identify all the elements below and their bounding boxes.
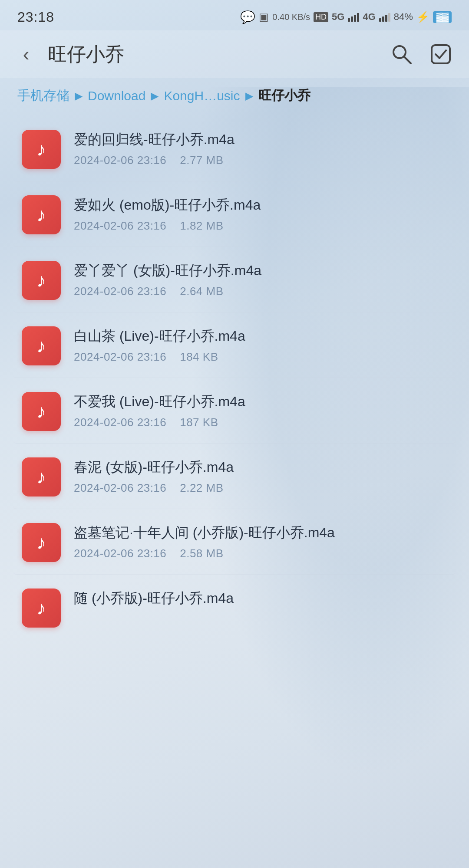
- file-name: 爱如火 (emo版)-旺仔小乔.m4a: [74, 195, 447, 215]
- file-meta: 2024-02-06 23:16 2.58 MB: [74, 547, 447, 560]
- file-date: 2024-02-06 23:16: [74, 154, 166, 167]
- list-item[interactable]: ♪ 爱的回归线-旺仔小乔.m4a 2024-02-06 23:16 2.77 M…: [13, 118, 456, 181]
- status-icons: 💬 ▣ 0.40 KB/s HD 5G 4G 84% ⚡ ▓▓: [240, 10, 452, 24]
- svg-line-1: [404, 56, 411, 63]
- file-info: 春泥 (女版)-旺仔小乔.m4a 2024-02-06 23:16 2.22 M…: [61, 457, 447, 495]
- search-icon: [391, 43, 413, 65]
- 4g-icon: 4G: [363, 11, 375, 23]
- signal-bars-2: [379, 12, 390, 22]
- file-meta: 2024-02-06 23:16 2.22 MB: [74, 481, 447, 495]
- file-info: 爱的回归线-旺仔小乔.m4a 2024-02-06 23:16 2.77 MB: [61, 130, 447, 167]
- file-size: 187 KB: [180, 416, 218, 429]
- music-note-icon: ♪: [36, 466, 46, 488]
- status-bar: 23:18 💬 ▣ 0.40 KB/s HD 5G 4G 84% ⚡ ▓▓: [0, 0, 469, 30]
- file-name: 爱的回归线-旺仔小乔.m4a: [74, 130, 447, 149]
- file-date: 2024-02-06 23:16: [74, 350, 166, 363]
- charging-icon: ⚡: [416, 11, 429, 23]
- list-item[interactable]: ♪ 爱如火 (emo版)-旺仔小乔.m4a 2024-02-06 23:16 1…: [13, 183, 456, 247]
- breadcrumb-item-1[interactable]: Download: [88, 89, 145, 103]
- list-item[interactable]: ♪ 白山茶 (Live)-旺仔小乔.m4a 2024-02-06 23:16 1…: [13, 314, 456, 378]
- file-name: 不爱我 (Live)-旺仔小乔.m4a: [74, 392, 447, 411]
- music-note-icon: ♪: [36, 204, 46, 226]
- file-icon: ♪: [22, 195, 61, 234]
- breadcrumb: 手机存储 ▶ Download ▶ KongH…usic ▶ 旺仔小乔: [0, 78, 469, 118]
- file-name: 春泥 (女版)-旺仔小乔.m4a: [74, 457, 447, 477]
- file-name: 随 (小乔版)-旺仔小乔.m4a: [74, 589, 447, 608]
- file-date: 2024-02-06 23:16: [74, 481, 166, 494]
- file-meta: 2024-02-06 23:16 2.64 MB: [74, 285, 447, 298]
- header: ‹ 旺仔小乔: [0, 30, 469, 78]
- sim-icon: ▣: [259, 11, 269, 23]
- file-icon: ♪: [22, 130, 61, 169]
- file-meta: 2024-02-06 23:16 1.82 MB: [74, 219, 447, 233]
- breadcrumb-sep-2: ▶: [245, 90, 253, 102]
- file-meta: 2024-02-06 23:16 2.77 MB: [74, 154, 447, 167]
- file-icon: ♪: [22, 326, 61, 365]
- file-icon: ♪: [22, 457, 61, 496]
- file-date: 2024-02-06 23:16: [74, 285, 166, 298]
- speed-indicator: 0.40 KB/s: [272, 12, 310, 22]
- battery-icon: ▓▓: [433, 11, 452, 23]
- file-date: 2024-02-06 23:16: [74, 416, 166, 429]
- wechat-icon: 💬: [240, 10, 255, 24]
- breadcrumb-item-0[interactable]: 手机存储: [17, 87, 69, 105]
- music-note-icon: ♪: [36, 532, 46, 553]
- list-item[interactable]: ♪ 随 (小乔版)-旺仔小乔.m4a: [13, 576, 456, 632]
- music-note-icon: ♪: [36, 270, 46, 291]
- file-list: ♪ 爱的回归线-旺仔小乔.m4a 2024-02-06 23:16 2.77 M…: [0, 118, 469, 632]
- file-info: 爱丫爱丫 (女版)-旺仔小乔.m4a 2024-02-06 23:16 2.64…: [61, 261, 447, 298]
- list-item[interactable]: ♪ 盗墓笔记·十年人间 (小乔版)-旺仔小乔.m4a 2024-02-06 23…: [13, 511, 456, 575]
- file-info: 不爱我 (Live)-旺仔小乔.m4a 2024-02-06 23:16 187…: [61, 392, 447, 429]
- back-button[interactable]: ‹: [13, 41, 39, 67]
- file-size: 1.82 MB: [180, 219, 223, 232]
- file-icon: ♪: [22, 589, 61, 628]
- list-item[interactable]: ♪ 不爱我 (Live)-旺仔小乔.m4a 2024-02-06 23:16 1…: [13, 380, 456, 444]
- file-info: 随 (小乔版)-旺仔小乔.m4a: [61, 589, 447, 612]
- file-size: 184 KB: [180, 350, 218, 363]
- file-meta: 2024-02-06 23:16 184 KB: [74, 350, 447, 364]
- list-item[interactable]: ♪ 爱丫爱丫 (女版)-旺仔小乔.m4a 2024-02-06 23:16 2.…: [13, 249, 456, 312]
- status-time: 23:18: [17, 9, 54, 25]
- file-date: 2024-02-06 23:16: [74, 219, 166, 232]
- file-icon: ♪: [22, 261, 61, 300]
- search-button[interactable]: [386, 39, 417, 69]
- music-note-icon: ♪: [36, 138, 46, 160]
- breadcrumb-current: 旺仔小乔: [258, 87, 310, 105]
- file-icon: ♪: [22, 523, 61, 562]
- file-info: 盗墓笔记·十年人间 (小乔版)-旺仔小乔.m4a 2024-02-06 23:1…: [61, 523, 447, 560]
- breadcrumb-sep-1: ▶: [151, 90, 159, 102]
- list-item[interactable]: ♪ 春泥 (女版)-旺仔小乔.m4a 2024-02-06 23:16 2.22…: [13, 445, 456, 509]
- file-info: 白山茶 (Live)-旺仔小乔.m4a 2024-02-06 23:16 184…: [61, 326, 447, 364]
- check-square-icon: [430, 43, 452, 65]
- page-title: 旺仔小乔: [39, 42, 386, 67]
- file-meta: 2024-02-06 23:16 187 KB: [74, 416, 447, 429]
- file-size: 2.77 MB: [180, 154, 223, 167]
- svg-rect-2: [432, 45, 450, 63]
- file-date: 2024-02-06 23:16: [74, 547, 166, 560]
- breadcrumb-sep-0: ▶: [75, 90, 83, 102]
- 5g-icon: 5G: [332, 11, 344, 23]
- back-icon: ‹: [23, 43, 30, 65]
- file-name: 白山茶 (Live)-旺仔小乔.m4a: [74, 326, 447, 346]
- music-note-icon: ♪: [36, 335, 46, 357]
- file-size: 2.58 MB: [180, 547, 223, 560]
- music-note-icon: ♪: [36, 597, 46, 619]
- breadcrumb-item-2[interactable]: KongH…usic: [164, 89, 240, 103]
- select-button[interactable]: [426, 39, 456, 69]
- file-size: 2.64 MB: [180, 285, 223, 298]
- battery-percent: 84%: [394, 11, 413, 23]
- music-note-icon: ♪: [36, 401, 46, 422]
- hd-badge: HD: [314, 12, 328, 22]
- file-info: 爱如火 (emo版)-旺仔小乔.m4a 2024-02-06 23:16 1.8…: [61, 195, 447, 233]
- file-size: 2.22 MB: [180, 481, 223, 494]
- file-icon: ♪: [22, 392, 61, 431]
- signal-bars: [348, 12, 359, 22]
- header-actions: [386, 39, 456, 69]
- file-name: 爱丫爱丫 (女版)-旺仔小乔.m4a: [74, 261, 447, 280]
- file-name: 盗墓笔记·十年人间 (小乔版)-旺仔小乔.m4a: [74, 523, 447, 542]
